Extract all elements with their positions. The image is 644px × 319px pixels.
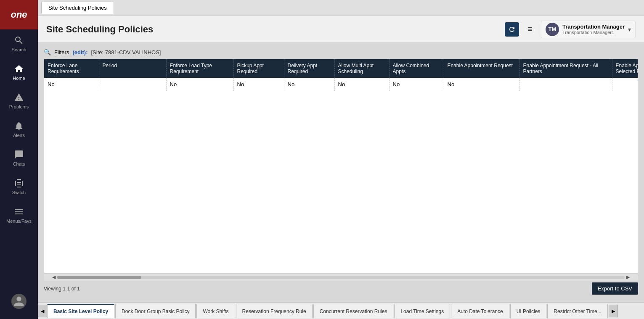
scroll-left-arrow[interactable]: ◀ <box>50 274 57 280</box>
switch-icon <box>14 178 24 188</box>
tab-auto-date[interactable]: Auto Date Tolerance <box>451 304 509 318</box>
sidebar-item-search[interactable]: Search <box>0 29 38 58</box>
sidebar-label-menus: Menus/Favs <box>6 219 32 224</box>
td-enforce-lane: No <box>44 78 99 91</box>
sidebar-item-chats[interactable]: Chats <box>0 144 38 172</box>
horizontal-scrollbar[interactable]: ◀ ▶ <box>44 273 638 281</box>
top-tab-site-scheduling[interactable]: Site Scheduling Policies <box>41 2 114 14</box>
chevron-down-icon: ▾ <box>628 26 631 33</box>
warning-icon <box>14 92 24 103</box>
td-enable-appt-selected <box>612 78 638 91</box>
th-period: Period <box>99 59 166 78</box>
sidebar: one Search Home Problems Alerts Chats <box>0 0 38 319</box>
sidebar-label-switch: Switch <box>12 190 26 195</box>
scroll-track[interactable] <box>57 276 625 279</box>
tab-scroll-left[interactable]: ◀ <box>38 305 47 317</box>
sidebar-item-alerts[interactable]: Alerts <box>0 115 38 144</box>
avatar: TM <box>546 23 559 36</box>
th-enforce-load: Enforce Load Type Requirement <box>166 59 233 78</box>
filter-label: Filters <box>54 49 69 55</box>
td-period <box>99 78 166 91</box>
bottom-tab-bar: ◀ Basic Site Level Policy Dock Door Grou… <box>38 302 644 319</box>
th-enable-appt-all: Enable Appointment Request - All Partner… <box>519 59 612 78</box>
td-pickup-appt: No <box>233 78 284 91</box>
sidebar-item-menus[interactable]: Menus/Favs <box>0 201 38 229</box>
home-icon <box>14 64 24 74</box>
filter-edit-link[interactable]: (edit): <box>72 49 87 55</box>
tab-ui-policies[interactable]: UI Policies <box>510 304 547 318</box>
td-delivery-appt: No <box>284 78 334 91</box>
user-info-panel[interactable]: TM Transportation Manager Transportation… <box>541 21 636 38</box>
policy-table: Enforce Lane Requirements Period Enforce… <box>44 59 638 91</box>
hamburger-button[interactable]: ≡ <box>524 23 536 36</box>
app-logo[interactable]: one <box>0 0 38 29</box>
scroll-right-arrow[interactable]: ▶ <box>625 274 631 280</box>
sidebar-label-chats: Chats <box>13 161 25 166</box>
filter-bar: 🔍 Filters (edit): [Site: 7881-CDV VALINH… <box>44 49 638 55</box>
chat-icon <box>14 150 24 160</box>
search-icon <box>14 35 24 45</box>
th-enforce-lane: Enforce Lane Requirements <box>44 59 99 78</box>
th-allow-multi: Allow Multi Appt Scheduling <box>334 59 389 78</box>
tab-restrict-other[interactable]: Restrict Other Time... <box>547 304 607 318</box>
td-allow-multi: No <box>334 78 389 91</box>
filter-icon: 🔍 <box>44 49 51 55</box>
th-delivery-appt: Delivery Appt Required <box>284 59 334 78</box>
th-enable-appt: Enable Appointment Request <box>444 59 519 78</box>
th-pickup-appt: Pickup Appt Required <box>233 59 284 78</box>
top-tab-bar: Site Scheduling Policies <box>38 0 644 16</box>
tab-reservation-freq[interactable]: Reservation Frequency Rule <box>236 304 313 318</box>
user-name: Transportation Manager <box>562 24 625 30</box>
td-allow-combined: No <box>389 78 444 91</box>
tab-basic-site[interactable]: Basic Site Level Policy <box>47 304 114 318</box>
sidebar-item-switch[interactable]: Switch <box>0 172 38 201</box>
user-details: Transportation Manager Transportation Ma… <box>562 24 625 35</box>
sidebar-item-home[interactable]: Home <box>0 58 38 87</box>
page-title: Site Scheduling Policies <box>46 24 153 35</box>
table-header-row: Enforce Lane Requirements Period Enforce… <box>44 59 638 78</box>
sidebar-label-home: Home <box>13 76 25 81</box>
logo-text: one <box>11 9 27 20</box>
td-enable-appt-all <box>519 78 612 91</box>
td-enforce-load: No <box>166 78 233 91</box>
bell-icon <box>14 121 24 131</box>
sidebar-label-alerts: Alerts <box>13 133 25 138</box>
pagination-text: Viewing 1-1 of 1 <box>44 283 80 294</box>
refresh-icon <box>508 26 516 33</box>
user-role: Transportation Manager1 <box>562 30 625 35</box>
page-header: Site Scheduling Policies ≡ TM Transporta… <box>38 16 644 43</box>
sidebar-item-problems[interactable]: Problems <box>0 87 38 115</box>
tab-concurrent-reservation[interactable]: Concurrent Reservation Rules <box>313 304 394 318</box>
profile-icon <box>13 295 25 307</box>
filter-value: [Site: 7881-CDV VALINHOS] <box>91 49 161 55</box>
sidebar-label-search: Search <box>12 47 27 52</box>
export-csv-button[interactable]: Export to CSV <box>592 282 638 295</box>
th-allow-combined: Allow Combined Appts <box>389 59 444 78</box>
th-enable-appt-selected: Enable Appointment Request - Selected Pa… <box>612 59 638 78</box>
td-enable-appt: No <box>444 78 519 91</box>
table-row: No No No No No No No <box>44 78 638 91</box>
tab-work-shifts[interactable]: Work Shifts <box>196 304 235 318</box>
refresh-button[interactable] <box>505 22 519 37</box>
data-table-container: Enforce Lane Requirements Period Enforce… <box>44 59 638 273</box>
tab-load-time[interactable]: Load Time Settings <box>394 304 450 318</box>
content-area: 🔍 Filters (edit): [Site: 7881-CDV VALINH… <box>38 43 644 302</box>
main-content: Site Scheduling Policies Site Scheduling… <box>38 0 644 319</box>
sidebar-item-profile[interactable] <box>11 288 27 315</box>
header-actions: ≡ TM Transportation Manager Transportati… <box>505 21 636 38</box>
scroll-thumb[interactable] <box>57 276 141 279</box>
tab-scroll-right[interactable]: ▶ <box>609 305 618 317</box>
tab-dock-door[interactable]: Dock Door Group Basic Policy <box>115 304 196 318</box>
sidebar-label-problems: Problems <box>9 104 29 109</box>
menu-icon <box>14 207 24 217</box>
